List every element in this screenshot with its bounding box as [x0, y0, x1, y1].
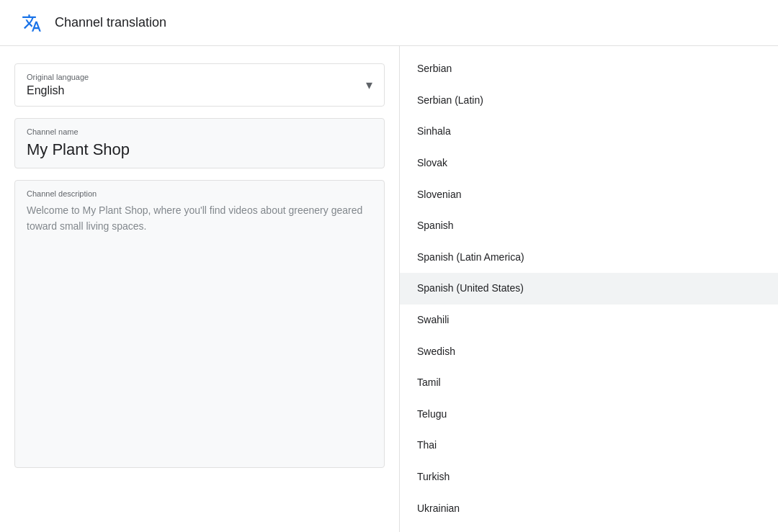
language-item[interactable]: Spanish (United States)	[400, 273, 778, 305]
language-list: RomanianRussianSerbianSerbian (Latin)Sin…	[400, 46, 778, 532]
language-item[interactable]: Swahili	[400, 305, 778, 336]
original-language-value: English	[27, 84, 89, 97]
language-dropdown-list[interactable]: RomanianRussianSerbianSerbian (Latin)Sin…	[400, 46, 778, 532]
language-item[interactable]: Serbian (Latin)	[400, 85, 778, 117]
language-item[interactable]: Telugu	[400, 399, 778, 430]
left-panel: Original language English ▾ Channel name…	[0, 46, 400, 532]
language-item[interactable]: Slovenian	[400, 179, 778, 211]
language-item[interactable]: Urdu	[400, 524, 778, 532]
language-item[interactable]: Serbian	[400, 53, 778, 85]
language-item[interactable]: Ukrainian	[400, 493, 778, 525]
language-item[interactable]: Turkish	[400, 461, 778, 493]
language-item[interactable]: Sinhala	[400, 116, 778, 148]
language-item[interactable]: Spanish (Latin America)	[400, 242, 778, 274]
language-item[interactable]: Slovak	[400, 148, 778, 179]
channel-name-label: Channel name	[27, 127, 372, 136]
language-item[interactable]: Tamil	[400, 367, 778, 399]
channel-name-field: Channel name My Plant Shop	[14, 118, 385, 168]
language-item[interactable]: Thai	[400, 430, 778, 461]
header: Channel translation	[0, 0, 778, 46]
channel-description-field: Channel description Welcome to My Plant …	[14, 180, 385, 468]
original-language-label: Original language	[27, 73, 89, 81]
chevron-down-icon: ▾	[366, 77, 372, 93]
original-language-select[interactable]: Original language English ▾	[14, 63, 385, 107]
channel-description-label: Channel description	[27, 189, 372, 198]
language-item[interactable]: Spanish	[400, 210, 778, 242]
page-title: Channel translation	[55, 15, 166, 30]
language-item[interactable]: Swedish	[400, 336, 778, 368]
language-item[interactable]: Russian	[400, 46, 778, 53]
channel-description-value: Welcome to My Plant Shop, where you'll f…	[27, 204, 362, 232]
channel-name-value: My Plant Shop	[27, 140, 130, 158]
translate-icon	[17, 9, 46, 37]
content-area: Original language English ▾ Channel name…	[0, 46, 778, 532]
